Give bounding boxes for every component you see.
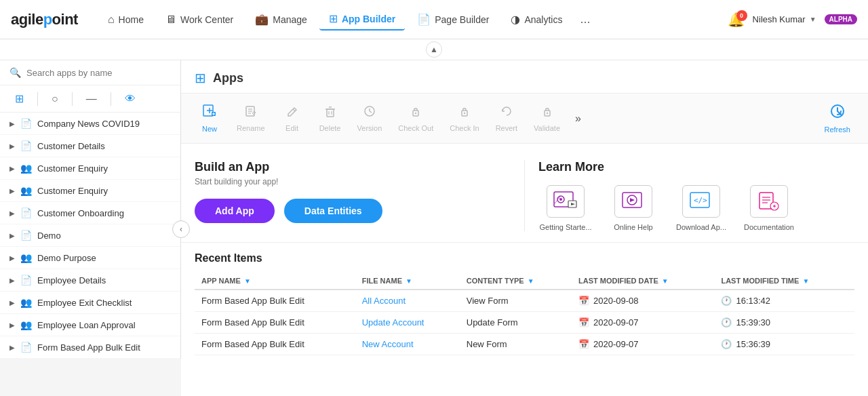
doc-icon: 📄 xyxy=(20,275,32,285)
nav-analytics[interactable]: ◑ Analytics xyxy=(501,9,572,30)
people-icon: 👥 xyxy=(20,252,32,263)
toolbar-checkin-button[interactable]: Check In xyxy=(443,100,486,136)
toolbar-delete-button[interactable]: Delete xyxy=(313,100,348,136)
nav-work-center[interactable]: 🖥 Work Center xyxy=(156,9,243,30)
cell-file-name[interactable]: Update Account xyxy=(355,312,460,334)
checkin-icon xyxy=(458,104,471,121)
cell-content-type: Update Form xyxy=(460,312,572,334)
briefcase-icon: 💼 xyxy=(255,13,269,26)
expand-arrow-icon: ▶ xyxy=(9,120,15,127)
sidebar-item-customer-enquiry-2[interactable]: ▶ 👥 Customer Enquiry xyxy=(0,180,180,202)
sidebar-item-employee-loan[interactable]: ▶ 👥 Employee Loan Approval xyxy=(0,314,180,336)
nav-page-builder[interactable]: 📄 Page Builder xyxy=(408,9,498,30)
sidebar-clock-button[interactable]: ○ xyxy=(46,90,64,108)
build-subtitle: Start building your app! xyxy=(195,177,511,186)
table-row: Form Based App Bulk Edit Update Account … xyxy=(195,312,854,334)
search-input[interactable] xyxy=(26,68,171,78)
nav-manage[interactable]: 💼 Manage xyxy=(245,9,317,30)
toolbar-refresh-label: Refresh xyxy=(824,125,850,134)
learn-item-getting-started[interactable]: Getting Starte... xyxy=(538,185,593,231)
doc-icon: 📄 xyxy=(20,342,32,353)
notification-badge: 0 xyxy=(736,10,747,21)
logo-text: agilepoint xyxy=(11,11,78,28)
toolbar-delete-label: Delete xyxy=(319,124,341,132)
nav-home[interactable]: ⌂ Home xyxy=(98,9,153,30)
svg-rect-11 xyxy=(327,109,334,117)
toolbar-revert-button[interactable]: Revert xyxy=(489,100,524,136)
cell-file-name[interactable]: New Account xyxy=(355,334,460,355)
validate-icon xyxy=(540,104,554,121)
getting-started-label: Getting Starte... xyxy=(539,223,591,231)
sidebar-item-label: Customer Details xyxy=(37,141,105,151)
toolbar-new-label: New xyxy=(202,125,217,133)
sidebar-wrapper: 🔍 ⊞ ○ — 👁 ▶ 📄 Company News COVID19 xyxy=(0,60,181,396)
revert-icon xyxy=(500,104,513,121)
sidebar-item-demo[interactable]: ▶ 📄 Demo xyxy=(0,224,180,247)
col-header-file-name[interactable]: FILE NAME ▼ xyxy=(355,273,460,290)
content-area: ⊞ Apps New xyxy=(181,60,868,396)
sidebar-collapse-button[interactable]: ‹ xyxy=(172,220,190,238)
learn-item-documentation[interactable]: Documentation xyxy=(742,185,796,231)
version-icon xyxy=(363,104,376,121)
nav-more-button[interactable]: ... xyxy=(574,8,595,31)
sidebar-minus-button[interactable]: — xyxy=(81,90,102,108)
learn-items: Getting Starte... Online Help xyxy=(538,185,854,231)
calendar-icon: 📅 xyxy=(578,296,589,306)
user-chevron-icon: ▼ xyxy=(810,16,816,23)
sidebar-item-customer-details[interactable]: ▶ 📄 Customer Details xyxy=(0,135,180,157)
sidebar-item-company-news[interactable]: ▶ 📄 Company News COVID19 xyxy=(0,113,180,135)
sidebar-item-employee-exit[interactable]: ▶ 👥 Employee Exit Checklist xyxy=(0,292,180,314)
sidebar-item-label: Employee Exit Checklist xyxy=(37,298,132,308)
nav-app-builder[interactable]: ⊞ App Builder xyxy=(319,8,405,31)
learn-item-online-help[interactable]: Online Help xyxy=(606,185,660,231)
sidebar-item-employee-details[interactable]: ▶ 📄 Employee Details xyxy=(0,269,180,292)
nav-analytics-label: Analytics xyxy=(524,14,562,25)
col-header-content-type[interactable]: CONTENT TYPE ▼ xyxy=(460,273,572,290)
toolbar-more-button[interactable]: » xyxy=(570,108,587,129)
col-header-last-modified-date[interactable]: LAST MODIFIED DATE ▼ xyxy=(572,273,714,290)
learn-item-download-app[interactable]: </> Download Ap... xyxy=(674,185,728,231)
sort-arrow-icon: ▼ xyxy=(662,277,669,285)
sidebar-item-label: Employee Loan Approval xyxy=(37,320,136,330)
svg-point-24 xyxy=(546,113,547,114)
toolbar-validate-button[interactable]: Validate xyxy=(527,100,567,136)
col-header-app-name[interactable]: APP NAME ▼ xyxy=(195,273,355,290)
people-icon: 👥 xyxy=(20,319,32,330)
toolbar-refresh-button[interactable]: Refresh xyxy=(817,99,857,138)
user-name: Nilesh Kumar xyxy=(753,14,806,24)
toolbar-version-button[interactable]: Version xyxy=(351,100,389,136)
grid-nav-icon: ⊞ xyxy=(329,12,338,25)
sidebar-item-customer-enquiry-1[interactable]: ▶ 👥 Customer Enquiry xyxy=(0,157,180,180)
expand-arrow-icon: ▶ xyxy=(9,165,15,172)
sidebar-item-customer-onboarding[interactable]: ▶ 📄 Customer Onboarding xyxy=(0,202,180,224)
toolbar-rename-button[interactable]: Rename xyxy=(230,100,272,136)
data-entities-button[interactable]: Data Entities xyxy=(284,199,382,223)
nav-manage-label: Manage xyxy=(273,14,307,25)
people-icon: 👥 xyxy=(20,163,32,174)
sidebar-item-demo-purpose[interactable]: ▶ 👥 Demo Purpose xyxy=(0,247,180,269)
documentation-label: Documentation xyxy=(744,223,794,231)
edit-icon xyxy=(285,104,299,121)
add-app-button[interactable]: Add App xyxy=(195,199,275,223)
sort-arrow-icon: ▼ xyxy=(528,277,534,285)
toolbar-rename-label: Rename xyxy=(237,124,265,132)
sidebar-eye-button[interactable]: 👁 xyxy=(119,90,141,108)
col-header-last-modified-time[interactable]: LAST MODIFIED TIME ▼ xyxy=(714,273,854,290)
sidebar-item-form-based[interactable]: ▶ 📄 Form Based App Bulk Edit xyxy=(0,336,180,359)
date-value: 2020-09-07 xyxy=(593,339,639,349)
sidebar-grid-button[interactable]: ⊞ xyxy=(9,90,29,108)
expand-arrow-icon: ▶ xyxy=(9,210,15,217)
analytics-icon: ◑ xyxy=(511,13,520,26)
notification-button[interactable]: 🔔 0 xyxy=(728,12,745,28)
toolbar-new-button[interactable]: New xyxy=(192,100,227,137)
user-menu[interactable]: Nilesh Kumar ▼ xyxy=(753,14,816,24)
sidebar-item-label: Company News COVID19 xyxy=(37,119,140,129)
expand-arrow-icon: ▶ xyxy=(9,142,15,150)
new-icon xyxy=(202,104,217,122)
svg-point-22 xyxy=(464,113,465,114)
cell-file-name[interactable]: All Account xyxy=(355,290,460,312)
toolbar-checkout-button[interactable]: Check Out xyxy=(391,100,440,136)
collapse-nav-button[interactable]: ▲ xyxy=(426,41,442,58)
toolbar-validate-label: Validate xyxy=(534,124,560,132)
toolbar-edit-button[interactable]: Edit xyxy=(275,100,310,136)
